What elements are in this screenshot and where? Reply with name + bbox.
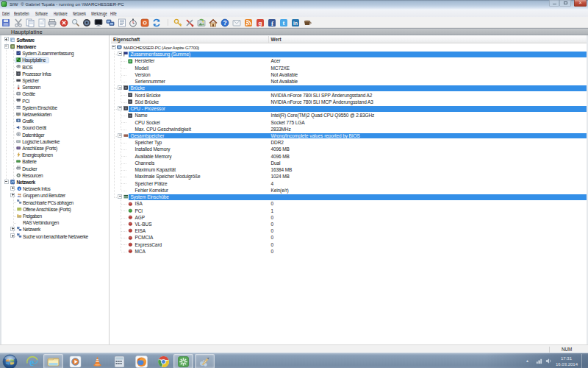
svg-text:?: ? <box>223 19 226 26</box>
svg-text:t: t <box>283 19 285 26</box>
svg-text:in: in <box>293 20 298 25</box>
svg-text:g: g <box>259 20 262 26</box>
